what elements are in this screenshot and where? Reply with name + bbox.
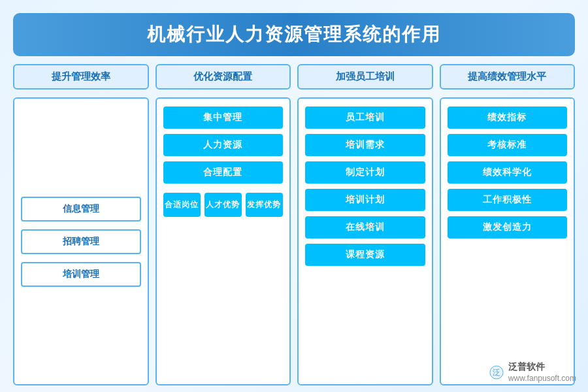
watermark-brand: 泛普软件: [508, 361, 576, 374]
category-header-1: 提升管理效率: [13, 64, 149, 90]
col3-item-2: 培训需求: [305, 134, 425, 156]
col2-bottom-2: 人才优势: [204, 193, 242, 217]
col3-item-6: 课程资源: [305, 244, 425, 266]
column-4: 绩效指标 考核标准 绩效科学化 工作积极性 激发创造力: [440, 97, 576, 385]
col2-bottom-3: 发挥优势: [246, 193, 283, 217]
category-header-2: 优化资源配置: [155, 64, 291, 90]
col4-item-2: 考核标准: [448, 134, 568, 156]
page-title: 机械行业人力资源管理系统的作用: [13, 22, 575, 47]
col2-top-3: 合理配置: [163, 161, 284, 184]
category-header-3: 加强员工培训: [297, 64, 433, 90]
col1-item-1: 信息管理: [21, 197, 141, 221]
col2-bottom-1: 合适岗位: [163, 193, 201, 217]
col4-item-5: 激发创造力: [448, 216, 568, 238]
col4-item-1: 绩效指标: [448, 106, 568, 129]
svg-text:泛: 泛: [493, 368, 500, 377]
title-bar: 机械行业人力资源管理系统的作用: [13, 13, 575, 56]
content-row: 信息管理 招聘管理 培训管理 集中管理 人力资源 合理配置 合适岗位 人才优势 …: [13, 97, 575, 385]
col1-item-2: 招聘管理: [21, 229, 141, 254]
col3-item-3: 制定计划: [305, 161, 425, 184]
col3-item-4: 培训计划: [305, 189, 425, 211]
category-row: 提升管理效率 优化资源配置 加强员工培训 提高绩效管理水平: [13, 64, 575, 90]
watermark-url: www.fanpusoft.com: [508, 373, 576, 384]
watermark-logo-icon: 泛: [489, 365, 504, 380]
main-wrapper: 机械行业人力资源管理系统的作用 提升管理效率 优化资源配置 加强员工培训 提高绩…: [0, 0, 588, 392]
column-1: 信息管理 招聘管理 培训管理: [13, 97, 149, 385]
column-2: 集中管理 人力资源 合理配置 合适岗位 人才优势 发挥优势: [155, 97, 291, 385]
column-3: 员工培训 培训需求 制定计划 培训计划 在线培训 课程资源: [297, 97, 433, 385]
watermark: 泛 泛普软件 www.fanpusoft.com: [489, 361, 576, 384]
col3-item-5: 在线培训: [305, 216, 425, 238]
col4-item-3: 绩效科学化: [448, 161, 568, 184]
category-header-4: 提高绩效管理水平: [440, 64, 576, 90]
col2-bottom: 合适岗位 人才优势 发挥优势: [163, 193, 284, 217]
col1-item-3: 培训管理: [21, 262, 141, 287]
col2-top-1: 集中管理: [163, 106, 284, 129]
col2-top: 集中管理 人力资源 合理配置: [163, 106, 284, 184]
col3-item-1: 员工培训: [305, 106, 425, 129]
col2-top-2: 人力资源: [163, 134, 284, 156]
col4-item-4: 工作积极性: [448, 189, 568, 211]
